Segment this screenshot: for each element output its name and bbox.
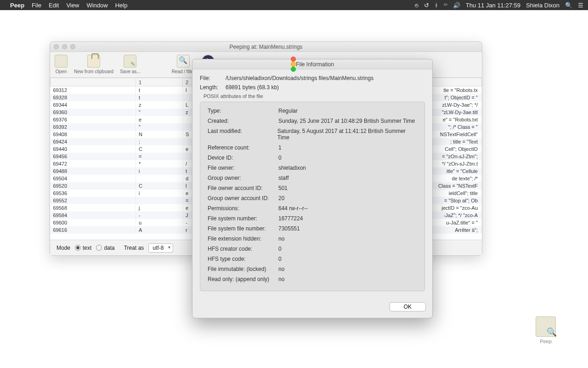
- attr-value: Regular: [278, 108, 298, 114]
- attr-label: File extension hidden:: [208, 236, 278, 242]
- attr-row: File system number:16777224: [208, 215, 417, 222]
- save-as-label: Save as...: [120, 69, 140, 74]
- dialog-footer: OK: [192, 298, 432, 318]
- addr-cell: 69504: [51, 175, 136, 182]
- close-button[interactable]: [54, 44, 59, 49]
- attr-value: 0: [278, 256, 282, 262]
- addr-cell: 69520: [51, 182, 136, 190]
- char-cell: ;: [136, 138, 183, 145]
- char-cell: i: [136, 190, 183, 197]
- addr-cell: 69328: [51, 94, 136, 101]
- open-label: Open: [56, 69, 67, 74]
- radio-dot-on-icon: [75, 245, 81, 251]
- bluetooth-icon[interactable]: ᚼ: [435, 2, 438, 9]
- minimize-button[interactable]: [62, 44, 67, 49]
- attr-label: File system number:: [208, 215, 278, 222]
- menu-help[interactable]: Help: [115, 2, 128, 9]
- attr-label: HFS type code:: [208, 256, 278, 262]
- traffic-lights: [54, 44, 75, 49]
- attr-row: Group owner:staff: [208, 175, 417, 181]
- wifi-icon[interactable]: ⌔: [444, 2, 447, 9]
- addr-cell: 69456: [51, 153, 136, 160]
- attr-row: Type:Regular: [208, 108, 417, 114]
- attr-label: Read only: (append only): [208, 276, 278, 282]
- mode-label: Mode: [57, 245, 70, 251]
- char-cell: j: [136, 204, 183, 212]
- attr-label: Reference count:: [208, 144, 278, 151]
- addr-cell: 69600: [51, 219, 136, 226]
- encoding-select[interactable]: utf-8: [148, 243, 173, 253]
- menu-edit[interactable]: Edit: [49, 2, 59, 9]
- char-cell: A: [136, 226, 183, 234]
- attr-row: File extension hidden:no: [208, 236, 417, 242]
- dialog-titlebar[interactable]: File Information: [192, 59, 432, 69]
- attr-row: Last modified:Saturday, 5 August 2017 at…: [208, 128, 417, 141]
- main-titlebar[interactable]: Peeping at: MainMenu.strings: [50, 42, 482, 52]
- menu-window[interactable]: Window: [86, 2, 107, 9]
- col-header[interactable]: [51, 78, 136, 86]
- menubar-clock[interactable]: Thu 11 Jan 11:27:59: [466, 2, 520, 9]
- attr-label: File owner:: [208, 165, 278, 171]
- attr-value: staff: [278, 175, 288, 181]
- attr-value: 644 rw-r--r--: [278, 205, 308, 212]
- attr-label: File owner account ID:: [208, 185, 278, 191]
- addr-cell: 69360: [51, 109, 136, 116]
- attr-value: 20: [278, 195, 284, 201]
- dialog-traffic-lights: [291, 57, 296, 72]
- char-cell: t: [136, 94, 183, 101]
- attr-label: File system file number:: [208, 225, 278, 232]
- attr-value: 501: [278, 185, 288, 191]
- addr-cell: 69488: [51, 167, 136, 175]
- attr-value: shieladixon: [278, 165, 306, 171]
- attr-label: Group owner account ID:: [208, 195, 278, 201]
- attr-value: no: [278, 236, 284, 242]
- char-cell: [136, 175, 183, 182]
- menu-file[interactable]: File: [32, 2, 41, 9]
- col-header[interactable]: 1: [136, 78, 183, 86]
- radio-data[interactable]: data: [96, 245, 114, 251]
- addr-cell: 69440: [51, 145, 136, 153]
- addr-cell: 69392: [51, 123, 136, 131]
- save-as-button[interactable]: Save as...: [120, 55, 140, 74]
- spotlight-icon[interactable]: 🔍: [565, 2, 572, 9]
- attr-value: 1: [278, 144, 282, 151]
- ok-button[interactable]: OK: [390, 302, 426, 311]
- char-cell: C: [136, 145, 183, 153]
- desktop-peep-icon[interactable]: Peep: [532, 316, 560, 344]
- menubar-user[interactable]: Shiela Dixon: [526, 2, 560, 9]
- window-title: Peeping at: MainMenu.strings: [230, 44, 303, 50]
- length-label: Length:: [200, 84, 226, 91]
- new-from-clipboard-button[interactable]: New from clipboard: [74, 55, 113, 74]
- dialog-minimize-button[interactable]: [291, 62, 296, 67]
- timemachine-icon[interactable]: ↺: [424, 2, 429, 9]
- dialog-zoom-button[interactable]: [291, 67, 296, 72]
- addr-cell: 69424: [51, 138, 136, 145]
- menu-view[interactable]: View: [66, 2, 79, 9]
- script-icon[interactable]: ⎋: [415, 2, 418, 9]
- menu-app[interactable]: Peep: [10, 2, 24, 9]
- attr-row: File immutable: (locked)no: [208, 266, 417, 272]
- zoom-button[interactable]: [70, 44, 75, 49]
- dialog-close-button[interactable]: [291, 57, 296, 62]
- posix-section-label: POSIX attributes of the file: [204, 93, 425, 99]
- char-cell: =: [136, 153, 183, 160]
- addr-cell: 69616: [51, 226, 136, 234]
- char-cell: *: [136, 160, 183, 167]
- clipboard-icon: [87, 55, 100, 68]
- attr-row: Device ID:0: [208, 155, 417, 161]
- attr-row: File owner account ID:501: [208, 185, 417, 191]
- attr-row: Read only: (append only)no: [208, 276, 417, 282]
- file-info-dialog: File Information File:/Users/shieladixon…: [192, 59, 433, 318]
- attr-row: HFS type code:0: [208, 256, 417, 262]
- attr-label: Permissions:: [208, 205, 278, 212]
- addr-cell: 69536: [51, 190, 136, 197]
- char-cell: N: [136, 131, 183, 138]
- radio-text-label: text: [83, 245, 91, 251]
- attr-value: no: [278, 266, 284, 272]
- radio-text[interactable]: text: [75, 245, 91, 251]
- open-button[interactable]: Open: [55, 55, 68, 74]
- notifications-icon[interactable]: ☰: [578, 2, 583, 9]
- volume-icon[interactable]: 🔊: [453, 2, 460, 9]
- dialog-body: File:/Users/shieladixon/Downloads/string…: [192, 69, 432, 298]
- attr-label: File immutable: (locked): [208, 266, 278, 272]
